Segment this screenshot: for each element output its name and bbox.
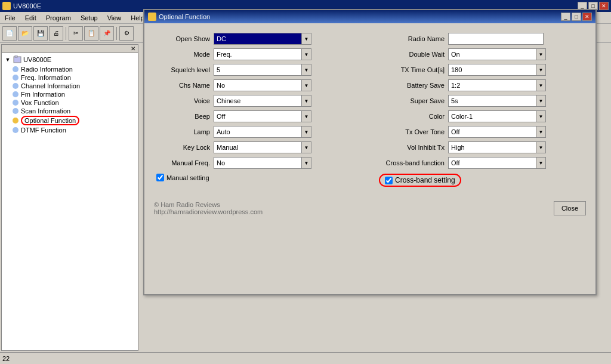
select-key-lock[interactable]: ▼ — [302, 141, 311, 153]
select-chs-name[interactable]: ▼ — [302, 79, 311, 91]
input-super-save[interactable] — [448, 95, 536, 107]
form-row-radio-name: Radio Name — [379, 33, 584, 45]
dialog-footer: © Ham Radio Reviews http://hamradiorevie… — [144, 196, 595, 220]
select-crossband[interactable]: ▼ — [536, 157, 546, 169]
ctrl-squelch: ▼ — [214, 64, 311, 76]
ctrl-key-lock: ▼ — [214, 141, 311, 153]
checkbox-crossband-setting[interactable] — [385, 177, 393, 184]
label-tx-over-tone: Tx Over Tone — [379, 128, 445, 135]
form-grid: Open Show ▼ Mode ▼ — [156, 33, 584, 187]
main-content: ✕ ▼ UV8000E Radio Information — [0, 43, 611, 352]
select-battery-save[interactable]: ▼ — [536, 79, 546, 91]
input-color[interactable] — [448, 110, 536, 122]
ctrl-radio-name — [448, 33, 544, 45]
select-tx-timeout[interactable]: ▼ — [536, 64, 546, 76]
input-voice[interactable] — [214, 95, 302, 107]
form-row-chs-name: Chs Name ▼ — [156, 79, 361, 91]
select-squelch[interactable]: ▼ — [302, 64, 311, 76]
ctrl-beep: ▼ — [214, 110, 311, 122]
dialog-title-left: Optional Function — [148, 13, 210, 21]
footer-credit: © Ham Radio Reviews http://hamradiorevie… — [154, 201, 263, 215]
ctrl-chs-name: ▼ — [214, 79, 311, 91]
ctrl-voice: ▼ — [214, 95, 311, 107]
input-beep[interactable] — [214, 110, 302, 122]
select-vol-inhibit[interactable]: ▼ — [536, 141, 546, 153]
label-color: Color — [379, 113, 445, 120]
input-vol-inhibit[interactable] — [448, 141, 536, 153]
label-mode: Mode — [156, 51, 210, 58]
form-row-manual-freq: Manual Freq. ▼ — [156, 157, 361, 169]
form-row-key-lock: Key Lock ▼ — [156, 141, 361, 153]
select-voice[interactable]: ▼ — [302, 95, 311, 107]
ctrl-manual-freq: ▼ — [214, 157, 311, 169]
label-manual-freq: Manual Freq. — [156, 159, 210, 166]
input-tx-timeout[interactable] — [448, 64, 536, 76]
select-open-show[interactable]: ▼ — [302, 33, 311, 45]
select-mode[interactable]: ▼ — [302, 48, 311, 60]
ctrl-tx-timeout: ▼ — [448, 64, 546, 76]
form-row-double-wait: Double Wait ▼ — [379, 48, 584, 60]
label-lamp: Lamp — [156, 128, 210, 135]
form-row-mode: Mode ▼ — [156, 48, 361, 60]
label-squelch: Squelch level — [156, 66, 210, 73]
label-open-show: Open Show — [156, 35, 210, 42]
select-super-save[interactable]: ▼ — [536, 95, 546, 107]
close-dialog-button[interactable]: Close — [554, 201, 586, 215]
ctrl-lamp: ▼ — [214, 126, 311, 138]
dialog-min-btn[interactable]: _ — [561, 13, 570, 21]
select-tx-over-tone[interactable]: ▼ — [536, 126, 546, 138]
form-row-tx-over-tone: Tx Over Tone ▼ — [379, 126, 584, 138]
ctrl-battery-save: ▼ — [448, 79, 546, 91]
select-manual-freq[interactable]: ▼ — [302, 157, 311, 169]
select-color[interactable]: ▼ — [536, 110, 546, 122]
input-radio-name[interactable] — [448, 33, 544, 45]
ctrl-open-show: ▼ — [214, 33, 311, 45]
dialog-close-btn[interactable]: ✕ — [582, 13, 592, 21]
label-crossband-setting: Cross-band setting — [395, 176, 455, 184]
input-mode[interactable] — [214, 48, 302, 60]
ctrl-vol-inhibit: ▼ — [448, 141, 546, 153]
input-lamp[interactable] — [214, 126, 302, 138]
input-open-show[interactable] — [214, 33, 302, 45]
input-battery-save[interactable] — [448, 79, 536, 91]
right-column: Radio Name Double Wait ▼ — [379, 33, 584, 187]
ctrl-mode: ▼ — [214, 48, 311, 60]
form-row-color: Color ▼ — [379, 110, 584, 122]
form-row-beep: Beep ▼ — [156, 110, 361, 122]
label-battery-save: Battery Save — [379, 82, 445, 89]
input-double-wait[interactable] — [448, 48, 536, 60]
ctrl-color: ▼ — [448, 110, 546, 122]
input-chs-name[interactable] — [214, 79, 302, 91]
input-key-lock[interactable] — [214, 141, 302, 153]
select-lamp[interactable]: ▼ — [302, 126, 311, 138]
label-tx-timeout: TX Time Out[s] — [379, 66, 445, 73]
label-key-lock: Key Lock — [156, 144, 210, 151]
dialog-overlay: Optional Function _ □ ✕ Open Show — [0, 0, 611, 364]
checkbox-manual-setting[interactable] — [156, 174, 164, 181]
optional-function-dialog: Optional Function _ □ ✕ Open Show — [143, 9, 597, 295]
label-beep: Beep — [156, 113, 210, 120]
dialog-content: Open Show ▼ Mode ▼ — [144, 23, 595, 196]
input-squelch[interactable] — [214, 64, 302, 76]
dialog-max-btn[interactable]: □ — [572, 13, 581, 21]
dialog-title: Optional Function — [159, 13, 210, 20]
label-voice: Voice — [156, 97, 210, 104]
input-manual-freq[interactable] — [214, 157, 302, 169]
input-tx-over-tone[interactable] — [448, 126, 536, 138]
form-row-battery-save: Battery Save ▼ — [379, 79, 584, 91]
ctrl-double-wait: ▼ — [448, 48, 546, 60]
select-double-wait[interactable]: ▼ — [536, 48, 546, 60]
credit-line2: http://hamradioreview.wordpress.com — [154, 208, 263, 215]
label-crossband: Cross-band function — [379, 159, 445, 166]
form-row-vol-inhibit: Vol Inhibit Tx ▼ — [379, 141, 584, 153]
dialog-icon — [148, 13, 156, 21]
form-row-lamp: Lamp ▼ — [156, 126, 361, 138]
select-beep[interactable]: ▼ — [302, 110, 311, 122]
checkbox-manual-setting-row: Manual setting — [156, 174, 361, 181]
credit-line1: © Ham Radio Reviews — [154, 201, 263, 208]
ctrl-crossband: ▼ — [448, 157, 546, 169]
crossband-setting-highlighted: Cross-band setting — [379, 174, 461, 187]
input-crossband[interactable] — [448, 157, 536, 169]
form-row-open-show: Open Show ▼ — [156, 33, 361, 45]
label-double-wait: Double Wait — [379, 51, 445, 58]
